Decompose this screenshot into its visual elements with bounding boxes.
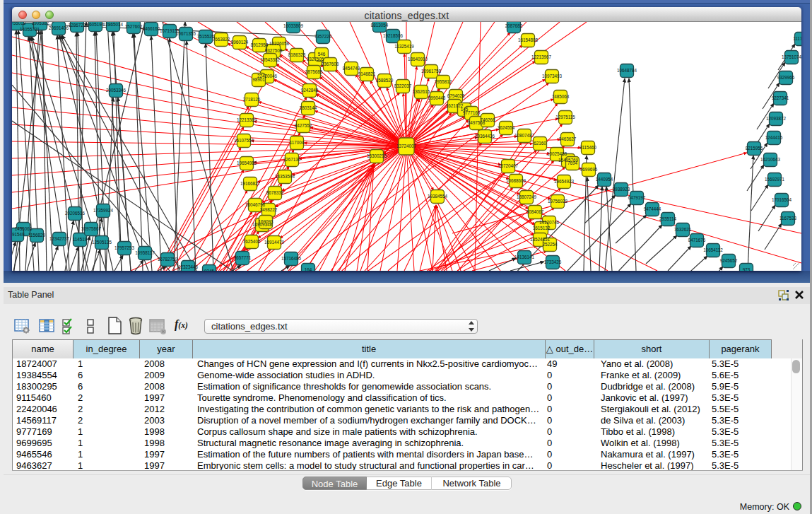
svg-text:19384554: 19384554 bbox=[428, 194, 448, 199]
svg-text:2803144: 2803144 bbox=[300, 105, 317, 110]
svg-text:3875685: 3875685 bbox=[305, 69, 323, 74]
svg-text:9245: 9245 bbox=[204, 269, 215, 271]
svg-text:1362615: 1362615 bbox=[413, 89, 430, 94]
svg-text:1244415: 1244415 bbox=[765, 135, 783, 140]
svg-text:10688609: 10688609 bbox=[506, 178, 526, 183]
svg-text:9605194: 9605194 bbox=[87, 22, 105, 27]
svg-text:18807249: 18807249 bbox=[517, 194, 537, 199]
svg-text:30975867: 30975867 bbox=[81, 226, 102, 231]
svg-text:114519: 114519 bbox=[73, 237, 88, 242]
svg-text:10543382: 10543382 bbox=[260, 57, 281, 62]
svg-text:9242848: 9242848 bbox=[301, 88, 319, 93]
svg-text:13724007: 13724007 bbox=[396, 144, 417, 148]
svg-text:169093: 169093 bbox=[258, 219, 273, 224]
svg-text:19218506: 19218506 bbox=[383, 33, 404, 38]
svg-text:2935114: 2935114 bbox=[659, 216, 677, 221]
svg-text:14136141: 14136141 bbox=[514, 255, 535, 259]
svg-text:10671355: 10671355 bbox=[176, 31, 196, 36]
svg-text:16046798: 16046798 bbox=[245, 202, 266, 207]
svg-text:6466160: 6466160 bbox=[143, 26, 160, 31]
svg-text:1117033: 1117033 bbox=[793, 36, 801, 41]
svg-text:14120746: 14120746 bbox=[539, 220, 560, 225]
svg-text:391549: 391549 bbox=[12, 232, 25, 237]
svg-text:9115460: 9115460 bbox=[579, 145, 597, 150]
svg-text:9657771: 9657771 bbox=[234, 255, 252, 260]
svg-text:8678332: 8678332 bbox=[266, 190, 284, 195]
svg-text:16782759: 16782759 bbox=[158, 257, 178, 262]
svg-text:7625402: 7625402 bbox=[243, 239, 261, 244]
svg-text:17016504: 17016504 bbox=[772, 197, 792, 202]
svg-text:18640910: 18640910 bbox=[408, 57, 428, 62]
svg-text:7955812: 7955812 bbox=[435, 79, 452, 84]
svg-text:12975115: 12975115 bbox=[555, 115, 575, 119]
svg-text:9245652: 9245652 bbox=[720, 258, 738, 263]
svg-text:19654985: 19654985 bbox=[237, 160, 257, 165]
svg-text:3498222: 3498222 bbox=[260, 207, 278, 212]
svg-text:8215955: 8215955 bbox=[746, 146, 763, 151]
svg-text:2367608: 2367608 bbox=[322, 62, 339, 66]
svg-text:9146821: 9146821 bbox=[358, 71, 376, 76]
svg-text:10025488: 10025488 bbox=[547, 151, 567, 156]
svg-text:546: 546 bbox=[318, 52, 326, 57]
svg-text:1167533: 1167533 bbox=[779, 216, 797, 221]
svg-text:6479197: 6479197 bbox=[628, 195, 646, 200]
svg-text:13751074: 13751074 bbox=[782, 54, 801, 59]
svg-text:8471676: 8471676 bbox=[688, 238, 706, 243]
svg-text:15300215: 15300215 bbox=[367, 153, 387, 158]
svg-text:9474444: 9474444 bbox=[644, 206, 661, 211]
svg-text:7485063: 7485063 bbox=[552, 94, 570, 99]
svg-text:12093872: 12093872 bbox=[766, 116, 787, 121]
svg-text:1527602: 1527602 bbox=[125, 24, 143, 29]
svg-text:19654923: 19654923 bbox=[554, 179, 575, 184]
svg-text:16107554: 16107554 bbox=[234, 138, 254, 143]
svg-text:10654112: 10654112 bbox=[703, 247, 723, 252]
svg-text:973: 973 bbox=[743, 267, 751, 271]
svg-text:1905382: 1905382 bbox=[32, 22, 49, 25]
svg-text:13524851: 13524851 bbox=[530, 237, 551, 242]
svg-text:8427552: 8427552 bbox=[295, 123, 312, 128]
svg-text:20206516: 20206516 bbox=[65, 211, 86, 216]
svg-text:8322037: 8322037 bbox=[394, 83, 412, 88]
svg-text:8813054: 8813054 bbox=[371, 23, 389, 28]
svg-text:9755013: 9755013 bbox=[12, 22, 26, 25]
svg-text:10958117: 10958117 bbox=[135, 250, 155, 255]
svg-text:8912954: 8912954 bbox=[251, 42, 269, 47]
svg-text:9329966: 9329966 bbox=[777, 75, 795, 80]
svg-text:9327508: 9327508 bbox=[265, 48, 283, 53]
svg-text:12213369: 12213369 bbox=[237, 117, 257, 122]
svg-text:3267130: 3267130 bbox=[283, 157, 301, 162]
svg-text:164: 164 bbox=[305, 267, 312, 271]
svg-text:19756928: 19756928 bbox=[548, 199, 568, 204]
svg-text:7357224: 7357224 bbox=[314, 34, 332, 39]
svg-text:2718126: 2718126 bbox=[243, 97, 261, 102]
svg-text:7632621: 7632621 bbox=[674, 227, 692, 232]
svg-text:1588520: 1588520 bbox=[376, 78, 394, 83]
svg-text:15692971: 15692971 bbox=[765, 177, 785, 182]
svg-text:8938923: 8938923 bbox=[613, 187, 630, 192]
svg-text:9327505: 9327505 bbox=[307, 57, 324, 62]
svg-text:10648784: 10648784 bbox=[617, 68, 637, 73]
svg-text:9227341: 9227341 bbox=[772, 95, 789, 100]
svg-text:252254: 252254 bbox=[542, 242, 558, 247]
svg-text:9463627: 9463627 bbox=[559, 136, 577, 141]
svg-text:8454749: 8454749 bbox=[343, 66, 360, 71]
svg-text:12505135: 12505135 bbox=[92, 240, 112, 245]
svg-text:9084067: 9084067 bbox=[526, 209, 544, 214]
svg-text:8990448: 8990448 bbox=[428, 95, 446, 100]
svg-text:8960124: 8960124 bbox=[231, 40, 249, 45]
svg-text:98901: 98901 bbox=[252, 77, 265, 82]
svg-text:17359924: 17359924 bbox=[93, 208, 114, 213]
svg-text:1156829: 1156829 bbox=[28, 233, 46, 238]
svg-text:1733426: 1733426 bbox=[544, 259, 562, 264]
svg-text:16033809: 16033809 bbox=[283, 23, 304, 28]
svg-text:12342737: 12342737 bbox=[49, 236, 70, 241]
svg-text:12213967: 12213967 bbox=[531, 54, 552, 59]
svg-text:10961758: 10961758 bbox=[421, 69, 442, 74]
svg-text:3624554: 3624554 bbox=[498, 125, 515, 130]
svg-text:746266: 746266 bbox=[480, 117, 495, 122]
svg-text:16914479: 16914479 bbox=[264, 240, 285, 245]
svg-text:16210643: 16210643 bbox=[760, 157, 781, 162]
svg-text:8186328: 8186328 bbox=[288, 52, 306, 57]
svg-text:1286723: 1286723 bbox=[69, 23, 86, 28]
svg-text:2087682: 2087682 bbox=[505, 23, 523, 28]
